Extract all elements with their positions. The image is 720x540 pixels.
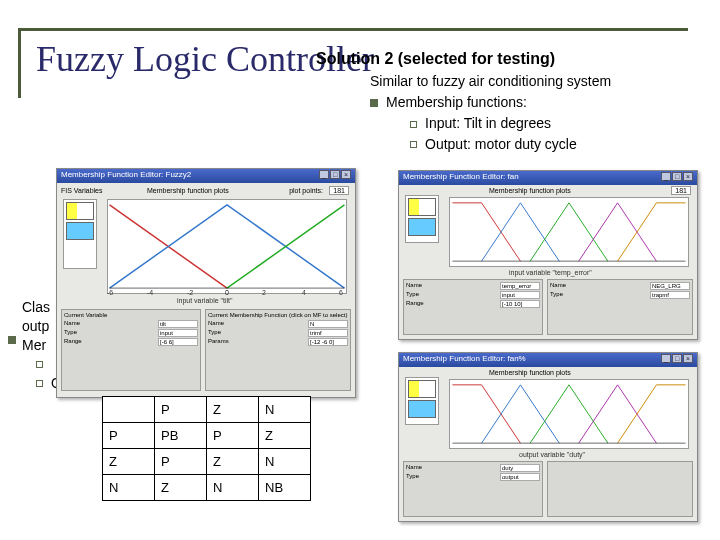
plot-title: Membership function plots	[147, 187, 229, 194]
minimize-icon: _	[661, 172, 671, 181]
mf-name-field[interactable]	[308, 320, 348, 328]
var-type-field[interactable]	[158, 329, 198, 337]
mf-type-field[interactable]	[650, 291, 690, 299]
slide-rule-left	[18, 28, 21, 98]
bullet-open-icon	[410, 121, 417, 128]
plot-title: Membership function plots	[489, 369, 571, 376]
xaxis-label: input variable "temp_error"	[509, 269, 592, 276]
maximize-icon: □	[672, 172, 682, 181]
window-controls[interactable]: _□×	[660, 354, 693, 366]
mf-curves	[450, 198, 688, 266]
solution2-sub2: Output: motor duty cycle	[410, 135, 700, 154]
close-icon: ×	[683, 172, 693, 181]
window-titlebar[interactable]: Membership Function Editor: fan _□×	[399, 171, 697, 185]
tick: 6	[339, 289, 343, 296]
xaxis-label: output variable "duty"	[519, 451, 585, 458]
slide-rule-top	[18, 28, 688, 31]
solution2-line2: Membership functions:	[370, 93, 700, 112]
tick: 4	[302, 289, 306, 296]
current-mf-panel: Name Type	[547, 279, 693, 335]
window-title: Membership Function Editor: Fuzzy2	[61, 170, 191, 182]
table-row: N Z N NB	[103, 475, 311, 501]
table-row: P PB P Z	[103, 423, 311, 449]
solution2-line1: Similar to fuzzy air conditioning system	[370, 72, 700, 91]
output-var-icon[interactable]	[408, 400, 436, 418]
var-name-field[interactable]	[500, 464, 540, 472]
output-var-icon[interactable]	[66, 222, 94, 240]
close-icon: ×	[683, 354, 693, 363]
mf-params-field[interactable]	[308, 338, 348, 346]
bullet-icon	[370, 99, 378, 107]
minimize-icon: _	[661, 354, 671, 363]
mf-curves	[108, 200, 346, 293]
rule-table: P Z N P PB P Z Z P Z N N Z N NB	[102, 396, 311, 501]
current-mf-panel	[547, 461, 693, 517]
var-range-field[interactable]	[158, 338, 198, 346]
mf-editor-right-top[interactable]: Membership Function Editor: fan _□× Memb…	[398, 170, 698, 340]
xaxis-label: input variable "tilt"	[177, 297, 233, 304]
mf-name-field[interactable]	[650, 282, 690, 290]
solution2-sub1: Input: Tilt in degrees	[410, 114, 700, 133]
mf-plot[interactable]	[107, 199, 347, 294]
fis-variables-label: FIS Variables	[61, 187, 103, 194]
mf-curves	[450, 380, 688, 448]
var-name-field[interactable]	[158, 320, 198, 328]
fis-variable-icons[interactable]	[405, 195, 439, 243]
table-row: Z P Z N	[103, 449, 311, 475]
solution2-heading: Solution 2 (selected for testing)	[316, 50, 555, 68]
mf-plot[interactable]	[449, 379, 689, 449]
bullet-open-icon	[36, 380, 43, 387]
window-title: Membership Function Editor: fan	[403, 172, 519, 184]
tick: -6	[107, 289, 113, 296]
tick: -4	[147, 289, 153, 296]
window-titlebar[interactable]: Membership Function Editor: Fuzzy2 _□×	[57, 169, 355, 183]
plot-title: Membership function plots	[489, 187, 571, 194]
maximize-icon: □	[330, 170, 340, 179]
fis-variable-icons[interactable]	[405, 377, 439, 425]
var-range-field[interactable]	[500, 300, 540, 308]
window-title: Membership Function Editor: fan%	[403, 354, 526, 366]
plot-points-value[interactable]: 181	[671, 186, 691, 195]
tick: 0	[225, 289, 229, 296]
maximize-icon: □	[672, 354, 682, 363]
mf-editor-left[interactable]: Membership Function Editor: Fuzzy2 _□× F…	[56, 168, 356, 398]
window-titlebar[interactable]: Membership Function Editor: fan% _□×	[399, 353, 697, 367]
tick: -2	[187, 289, 193, 296]
minimize-icon: _	[319, 170, 329, 179]
current-mf-panel: Current Membership Function (click on MF…	[205, 309, 351, 391]
solution2-block: Similar to fuzzy air conditioning system…	[370, 72, 700, 156]
mf-type-field[interactable]	[308, 329, 348, 337]
input-var-icon[interactable]	[408, 380, 436, 398]
output-var-icon[interactable]	[408, 218, 436, 236]
close-icon: ×	[341, 170, 351, 179]
bullet-icon	[8, 336, 16, 344]
fis-variable-icons[interactable]	[63, 199, 97, 269]
input-var-icon[interactable]	[408, 198, 436, 216]
var-type-field[interactable]	[500, 473, 540, 481]
tick: 2	[262, 289, 266, 296]
current-variable-panel: Name Type Range	[403, 279, 543, 335]
window-controls[interactable]: _□×	[660, 172, 693, 184]
mf-editor-right-bot[interactable]: Membership Function Editor: fan% _□× Mem…	[398, 352, 698, 522]
current-variable-panel: Name Type	[403, 461, 543, 517]
plot-points-value[interactable]: 181	[329, 186, 349, 195]
var-type-field[interactable]	[500, 291, 540, 299]
table-row: P Z N	[103, 397, 311, 423]
window-controls[interactable]: _□×	[318, 170, 351, 182]
plot-points-label: plot points:	[289, 187, 323, 194]
bullet-open-icon	[36, 361, 43, 368]
mf-plot[interactable]	[449, 197, 689, 267]
var-name-field[interactable]	[500, 282, 540, 290]
current-variable-panel: Current Variable Name Type Range	[61, 309, 201, 391]
bullet-open-icon	[410, 141, 417, 148]
input-var-icon[interactable]	[66, 202, 94, 220]
